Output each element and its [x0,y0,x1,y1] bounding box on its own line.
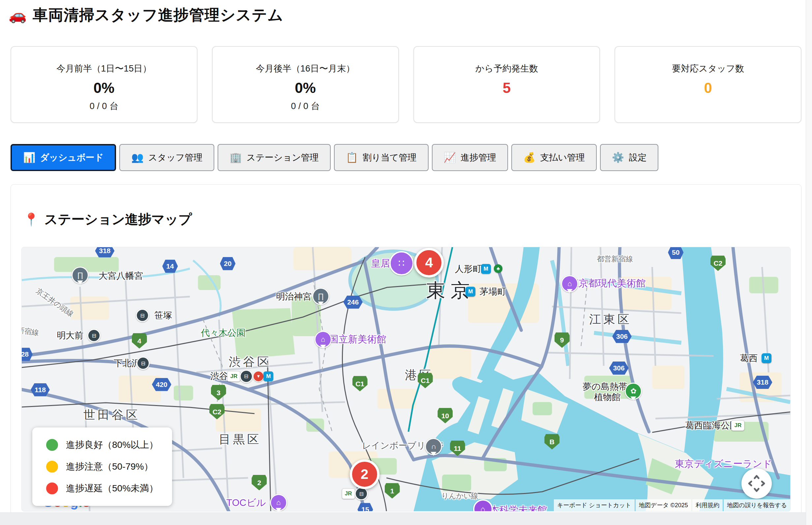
tab-payment-management[interactable]: 💰 支払い管理 [511,144,597,171]
tab-station-management[interactable]: 🏢 ステーション管理 [218,144,331,171]
tab-staff-management[interactable]: 👥 スタッフ管理 [119,144,214,171]
people-icon: 👥 [131,153,144,163]
map-label-place: 茅場町 [479,286,506,298]
train-station-icon[interactable] [87,329,101,342]
train-station-icon[interactable] [136,357,150,370]
shrine-pin-icon[interactable] [312,288,329,305]
keyboard-shortcuts-link[interactable]: キーボード ショートカット [554,499,635,511]
terms-link[interactable]: 利用規約 [692,499,723,511]
page-scrollbar[interactable] [806,0,812,525]
legend-label: 進捗良好（80%以上） [66,439,158,451]
metro-icon[interactable] [466,287,475,297]
tab-label: スタッフ管理 [148,152,203,163]
tab-label: 割り当て管理 [363,152,416,163]
poi-icon[interactable] [253,371,264,382]
page-title: 車両清掃スタッフ進捗管理システム [33,5,283,25]
route-shield-blue: 28 [21,348,33,361]
legend-item-warning: 進捗注意（50-79%） [46,461,158,473]
green-dot-icon [46,439,58,451]
tree-icon [494,264,502,273]
building-icon: 🏢 [230,153,242,163]
route-shield-green: C2 [710,255,726,271]
station-cluster-marker[interactable]: 2 [350,460,380,489]
map-label-district: 渋谷区 [229,354,271,370]
map-attribution: キーボード ショートカット 地図データ ©2025 利用規約 地図の誤りを報告す… [553,499,790,511]
tab-dashboard[interactable]: 📊 ダッシュボード [11,144,116,171]
legend-item-good: 進捗良好（80%以上） [46,439,158,451]
route-shield-green: 9 [555,332,570,348]
station-cluster-marker[interactable]: 4 [414,248,444,278]
route-shield-green: 10 [438,408,453,423]
route-shield-blue: 318 [95,247,114,257]
tab-assignment-management[interactable]: 📋 割り当て管理 [334,144,429,171]
map-label-district: 江東区 [589,311,632,327]
tab-label: ステーション管理 [247,152,319,163]
station-progress-map[interactable]: 渋谷区世田谷区目黒区港区江東区東京大宮八幡宮明大前笹塚下北沢渋谷明治神宮人形町茅… [21,247,791,511]
stats-row: 今月前半（1日〜15日） 0% 0 / 0 台 今月後半（16日〜月末） 0% … [11,46,801,123]
shrine-pin-icon[interactable] [72,267,89,284]
map-pan-control[interactable] [741,468,772,499]
tab-label: 設定 [629,152,647,163]
jr-icon[interactable] [731,420,744,431]
stat-card-first-half: 今月前半（1日〜15日） 0% 0 / 0 台 [11,46,197,123]
map-label-place: 笹塚 [154,310,172,321]
jr-icon[interactable] [227,371,240,381]
route-shield-green: 2 [252,475,267,490]
route-shield-green: C2 [209,404,224,420]
museum-pin-icon[interactable] [314,331,332,348]
stat-label: 今月後半（16日〜月末） [256,63,355,74]
legend-item-delay: 進捗遅延（50%未満） [46,482,158,495]
report-map-error-link[interactable]: 地図の誤りを報告する [724,499,790,511]
jr-icon[interactable] [342,489,355,499]
tab-settings[interactable]: ⚙️ 設定 [600,144,659,171]
route-shield-blue: 420 [152,378,172,391]
train-station-icon[interactable] [136,309,149,322]
route-shield-blue: 306 [609,362,629,375]
map-label-rail: 都営新宿線 [597,254,633,264]
building-pin-icon[interactable] [270,494,287,511]
map-label-rail: 京王井の頭線 [34,286,75,319]
route-shield-blue: 15 [357,503,373,511]
yellow-dot-icon [46,461,58,472]
route-shield-blue: 246 [343,296,363,309]
map-label-place: 渋谷 [210,370,228,382]
map-label-purple: 国立新美術館 [329,333,386,346]
route-shield-blue: 318 [753,376,772,389]
stat-card-staff-attention: 要対応スタッフ数 0 [615,46,801,123]
stat-sub: 0 / 0 台 [90,100,118,112]
tab-progress-management[interactable]: 📈 進捗管理 [432,144,508,171]
bridge-pin-icon[interactable] [425,438,442,455]
metro-icon[interactable] [263,372,273,381]
park-pin-icon[interactable] [625,382,642,400]
map-label-rail: りんかい線 [441,491,478,501]
stat-card-second-half: 今月後半（16日〜月末） 0% 0 / 0 台 [212,46,399,123]
map-label-purple: TOCビル [226,496,266,510]
imperial-palace-pin-icon[interactable] [389,251,414,275]
museum-pin-icon[interactable] [561,275,578,292]
train-station-icon[interactable] [240,370,253,383]
bottom-strip [0,512,812,525]
tab-label: 支払い管理 [540,152,585,163]
map-label-place: 葛西 [740,352,757,364]
map-label-place: 夢の島熱帯 [582,381,628,392]
map-label-place: 大宮八幡宮 [99,270,143,282]
metro-icon[interactable] [762,353,771,363]
map-legend: 進捗良好（80%以上） 進捗注意（50-79%） 進捗遅延（50%未満） [32,427,172,506]
train-station-icon[interactable] [355,487,368,500]
route-shield-green: B [544,434,560,450]
stat-value: 5 [503,80,511,96]
app-header: 🚗 車両清掃スタッフ進捗管理システム [9,5,812,25]
stat-label: 要対応スタッフ数 [672,63,744,74]
pan-arrows-icon [748,474,766,493]
clipboard-icon: 📋 [346,153,358,163]
stat-sub: 0 / 0 台 [291,100,320,112]
map-label-district: 世田谷区 [84,407,140,423]
metro-icon[interactable] [481,264,491,274]
map-label-park: 代々木公園 [201,327,245,339]
pushpin-icon: 📍 [24,212,39,227]
tab-bar: 📊 ダッシュボード 👥 スタッフ管理 🏢 ステーション管理 📋 割り当て管理 📈… [11,144,801,171]
map-label-purple: 東京都現代美術館 [569,277,646,290]
stat-value: 0% [94,80,115,96]
map-label-district: 目黒区 [219,431,262,448]
map-section-title-text: ステーション進捗マップ [44,210,192,228]
